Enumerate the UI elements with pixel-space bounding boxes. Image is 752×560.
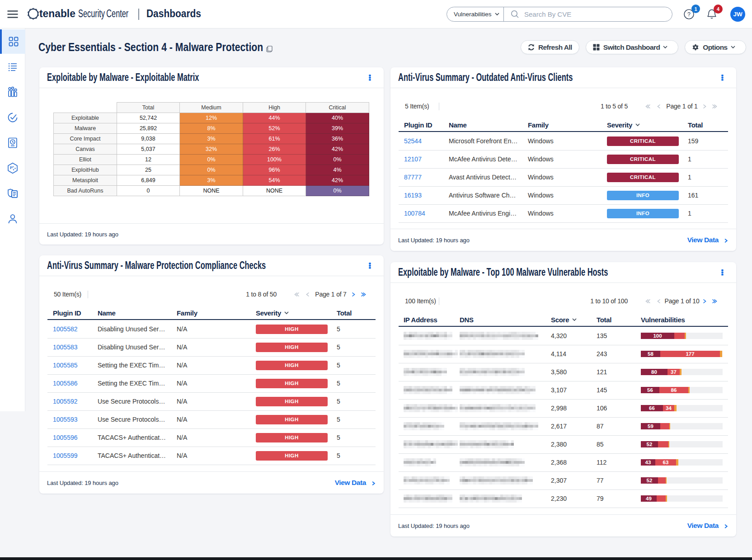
svg-text:?: ? <box>687 11 691 18</box>
